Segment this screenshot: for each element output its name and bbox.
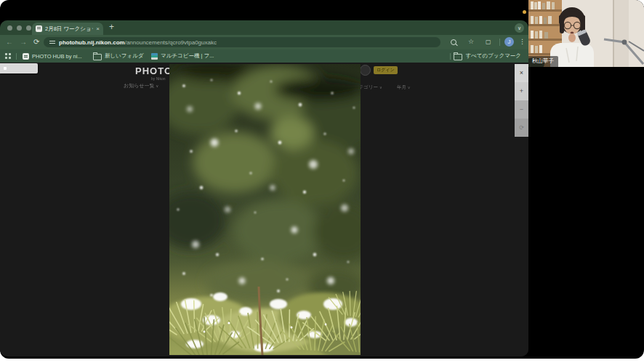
forward-icon[interactable]: →: [20, 38, 27, 47]
login-button[interactable]: ログイン: [374, 66, 398, 74]
tooltip-dot: [4, 67, 7, 70]
snow-photo-illustration: [169, 64, 361, 355]
site-settings-icon[interactable]: [49, 39, 55, 45]
bookmarks-divider: [16, 49, 17, 63]
apps-grid-icon: [5, 53, 11, 59]
site-logo-subtitle: by Nikon: [151, 76, 165, 81]
close-window-button[interactable]: [7, 25, 12, 31]
bookmark-label: 新しいフォルダ: [105, 52, 144, 60]
tab-favicon-icon: [36, 25, 42, 32]
close-icon: ×: [520, 69, 523, 76]
minimize-window-button[interactable]: [17, 25, 22, 31]
extensions-icon[interactable]: ▢: [486, 37, 491, 47]
browser-window: 2月8日 ワークショップ作品 × + ∨ ← → ⟳ photohub.nij.…: [0, 20, 528, 356]
lightbox-close-button[interactable]: ×: [515, 64, 528, 82]
url-domain: photohub.nij.nikon.com: [59, 39, 125, 46]
bookmark-folder-new[interactable]: 新しいフォルダ: [93, 49, 144, 63]
address-bar[interactable]: photohub.nij.nikon.com/announcements/qcr…: [44, 37, 440, 47]
page-content: PHOTO HUB by Nikon お知らせ一覧 ∨ ログイン カテゴリー ∨…: [0, 63, 528, 356]
participant-name-label: 秋山華子: [528, 56, 558, 67]
bookmark-item-multicopy[interactable]: マルチコピー機 | フ...: [151, 49, 214, 63]
plus-icon: +: [520, 87, 523, 95]
chevron-down-icon: ∨: [408, 85, 411, 89]
folder-icon: [93, 54, 102, 60]
all-bookmarks-button[interactable]: すべてのブックマーク: [450, 49, 521, 63]
tab-close-icon[interactable]: ×: [96, 26, 100, 32]
toolbar-divider: [499, 39, 500, 46]
chevron-down-icon: ∨: [156, 84, 158, 88]
bookmark-favicon-icon: [151, 53, 158, 60]
chevron-down-icon: ∨: [379, 85, 382, 89]
rotate-icon: ⟳: [519, 124, 524, 131]
overlay-tooltip: [0, 63, 38, 73]
webcam-overlay: 秋山華子: [528, 0, 644, 67]
lightbox-controls: × + − ⟳: [515, 64, 528, 137]
filter-dropdown-date[interactable]: 年月 ∨: [397, 84, 410, 91]
browser-toolbar: ← → ⟳ photohub.nij.nikon.com/announcemen…: [0, 35, 528, 49]
minus-icon: −: [520, 105, 523, 113]
bookmark-item-photohub[interactable]: PHOTO HUB by ni...: [23, 49, 82, 63]
zoom-out-button[interactable]: −: [515, 100, 528, 119]
url-text[interactable]: photohub.nij.nikon.com/announcements/qcr…: [59, 39, 217, 46]
apps-grid-button[interactable]: [5, 49, 11, 63]
url-path: /announcements/qcro9vtpa0guxakc: [125, 39, 217, 46]
zoom-in-button[interactable]: +: [515, 82, 528, 100]
window-controls[interactable]: [7, 25, 31, 31]
recording-indicator-dot: [523, 10, 526, 14]
browser-tab[interactable]: 2月8日 ワークショップ作品 ×: [32, 23, 103, 35]
folder-icon: [454, 54, 462, 60]
page-nav-item[interactable]: お知らせ一覧 ∨: [124, 82, 158, 89]
user-avatar[interactable]: [360, 65, 371, 76]
bookmarks-divider: [450, 53, 451, 60]
reload-icon[interactable]: ⟳: [33, 38, 39, 47]
rotate-button[interactable]: ⟳: [515, 119, 528, 137]
tab-strip: 2月8日 ワークショップ作品 × + ∨: [0, 20, 528, 35]
back-icon[interactable]: ←: [6, 38, 13, 47]
bookmark-favicon-icon: [23, 53, 29, 60]
bookmark-label: マルチコピー機 | フ...: [161, 52, 214, 60]
profile-avatar[interactable]: J: [504, 37, 514, 47]
menu-kebab-icon[interactable]: ⋮: [519, 37, 526, 47]
bookmark-label: PHOTO HUB by ni...: [32, 53, 82, 60]
zoom-icon[interactable]: [451, 39, 456, 45]
bookmarks-bar: PHOTO HUB by ni... 新しいフォルダ マルチコピー機 | フ..…: [0, 49, 528, 63]
maximize-window-button[interactable]: [26, 25, 31, 31]
tab-title: 2月8日 ワークショップ作品: [45, 25, 93, 33]
new-tab-button[interactable]: +: [109, 22, 114, 32]
all-bookmarks-label: すべてのブックマーク: [465, 52, 521, 60]
bookmark-star-icon[interactable]: ☆: [468, 37, 474, 47]
video-frame: 2月8日 ワークショップ作品 × + ∨ ← → ⟳ photohub.nij.…: [0, 0, 644, 359]
lightbox-photo[interactable]: [169, 64, 361, 355]
tab-search-chevron-icon[interactable]: ∨: [515, 23, 524, 33]
